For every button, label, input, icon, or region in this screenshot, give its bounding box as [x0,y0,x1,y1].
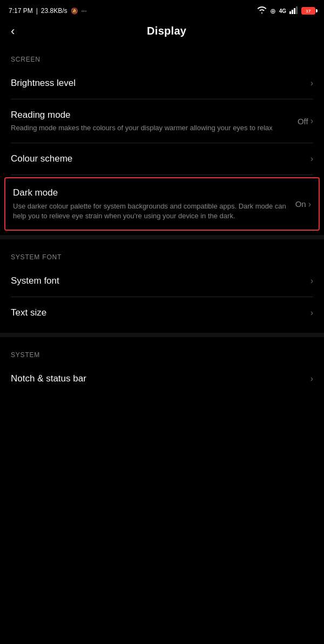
divider-3 [11,175,313,175]
colour-scheme-right: › [310,154,313,164]
system-font-content: System font [11,275,310,287]
system-section: SYSTEM Notch & status bar › [0,341,324,394]
status-right: ⊕ 4G 17 [257,6,315,16]
brightness-right: › [310,78,313,88]
svg-rect-2 [294,8,295,14]
system-font-right: › [310,276,313,286]
brightness-chevron: › [310,78,313,88]
text-size-chevron: › [310,308,313,318]
dark-mode-content: Dark mode Use darker colour palette for … [13,187,295,220]
svg-rect-1 [292,10,293,14]
system-font-item[interactable]: System font › [0,265,324,297]
bluetooth-icon: ⊕ [270,7,276,15]
text-size-right: › [310,308,313,318]
reading-mode-chevron: › [310,116,313,126]
dark-mode-chevron: › [308,199,311,209]
status-left: 7:17 PM | 23.8KB/s 🔕 ··· [9,7,87,15]
colour-scheme-chevron: › [310,154,313,164]
dark-mode-right: On › [295,199,311,209]
dark-mode-title: Dark mode [13,187,289,199]
more-dots: ··· [82,7,87,15]
reading-mode-content: Reading mode Reading mode makes the colo… [11,109,298,133]
mute-icon: 🔕 [71,8,78,15]
system-font-title: System font [11,275,304,287]
network-speed: 23.8KB/s [41,7,68,15]
wifi-icon [257,6,267,16]
reading-mode-item[interactable]: Reading mode Reading mode makes the colo… [0,99,324,143]
separator: | [36,7,38,15]
text-size-content: Text size [11,307,310,319]
colour-scheme-item[interactable]: Colour scheme › [0,143,324,175]
system-font-section-label: SYSTEM FONT [0,244,324,265]
brightness-title: Brightness level [11,77,304,89]
system-font-chevron: › [310,276,313,286]
screen-section: SCREEN Brightness level › Reading mode R… [0,46,324,231]
colour-scheme-content: Colour scheme [11,153,310,165]
section-divider-2 [0,333,324,337]
network-type: 4G [279,8,286,14]
reading-mode-right: Off › [298,116,313,126]
notch-status-content: Notch & status bar [11,373,310,385]
notch-status-right: › [310,374,313,384]
screen-section-label: SCREEN [0,46,324,68]
text-size-item[interactable]: Text size › [0,297,324,328]
reading-mode-desc: Reading mode makes the colours of your d… [11,123,291,133]
svg-rect-3 [296,6,298,14]
notch-status-item[interactable]: Notch & status bar › [0,363,324,394]
section-divider-1 [0,235,324,239]
page-header: ‹ Display [0,19,324,46]
colour-scheme-title: Colour scheme [11,153,304,165]
svg-rect-0 [289,11,291,14]
battery-level: 17 [306,9,311,14]
system-font-section: SYSTEM FONT System font › Text size › [0,244,324,328]
brightness-item[interactable]: Brightness level › [0,68,324,99]
signal-icon [289,6,298,16]
system-section-label: SYSTEM [0,341,324,363]
status-bar: 7:17 PM | 23.8KB/s 🔕 ··· ⊕ 4G 17 [0,0,324,19]
notch-status-chevron: › [310,374,313,384]
battery-icon: 17 [301,7,315,15]
text-size-title: Text size [11,307,304,319]
dark-mode-item[interactable]: Dark mode Use darker colour palette for … [4,177,320,230]
brightness-content: Brightness level [11,77,310,89]
back-button[interactable]: ‹ [11,25,15,37]
time: 7:17 PM [9,7,33,15]
reading-mode-title: Reading mode [11,109,291,121]
page-title: Display [20,25,313,37]
notch-status-title: Notch & status bar [11,373,304,385]
dark-mode-desc: Use darker colour palette for system bac… [13,202,289,221]
dark-mode-value: On [295,199,306,209]
reading-mode-value: Off [298,117,308,126]
